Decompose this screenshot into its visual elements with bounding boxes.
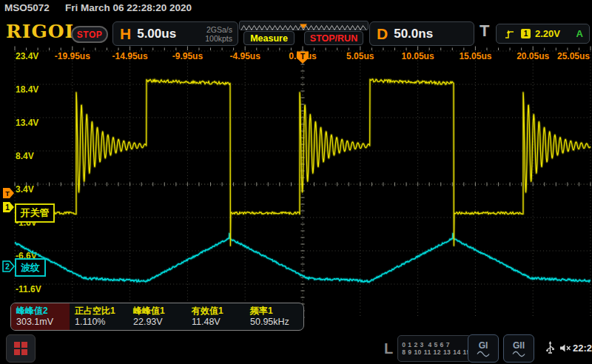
svg-text:23.4V: 23.4V: [16, 51, 38, 61]
header-bar: RIGOL STOP H 5.00us 2GSa/s 100kpts Measu…: [0, 16, 592, 46]
ch2-position-marker[interactable]: 2: [3, 261, 14, 272]
delay-key: D: [370, 25, 394, 43]
usb-icon: [545, 341, 555, 355]
svg-text:5.05us: 5.05us: [346, 51, 374, 61]
timebase-value: 5.00us: [137, 27, 176, 41]
sine-wave-icon: [512, 351, 525, 357]
ch1-position-marker[interactable]: 1: [3, 202, 14, 212]
delay-block[interactable]: D 50.0ns: [369, 21, 474, 46]
trigger-level-marker[interactable]: T: [3, 188, 14, 198]
measurement-cell[interactable]: 峰峰值1 22.93V: [128, 303, 186, 330]
trigger-edge-icon: [504, 28, 515, 40]
svg-text:15.05us: 15.05us: [459, 51, 491, 61]
measure-button[interactable]: Measure: [243, 31, 295, 45]
oscilloscope-screen: -19.95us-14.95us-9.95us-4.95us0.05us5.05…: [0, 0, 592, 364]
horizontal-timebase-block[interactable]: H 5.00us 2GSa/s 100kpts: [112, 21, 238, 46]
measurement-cell[interactable]: 有效值1 11.48V: [186, 303, 245, 330]
trigger-mode-badge: A: [576, 28, 583, 39]
waveform-traces: [15, 79, 591, 282]
measurement-panel: 峰峰值2 303.1mV 正占空比1 1.110% 峰峰值1 22.93V 有效…: [10, 303, 304, 331]
logic-channels-tab[interactable]: L 0 1 2 3 4 5 6 7 8 9 10 11 12 13 14 15: [381, 334, 464, 363]
red-squares-icon: [13, 340, 29, 357]
horizontal-key: H: [113, 25, 137, 43]
sine-wave-icon: [477, 351, 490, 357]
trigger-level-value: 2.20V: [535, 28, 560, 39]
svg-text:-11.6V: -11.6V: [16, 284, 41, 294]
measurement-cell[interactable]: 正占空比1 1.110%: [70, 303, 128, 330]
svg-text:T: T: [300, 53, 305, 61]
waveform-preview-strip[interactable]: [239, 21, 369, 30]
clock-label: 22:27: [573, 343, 592, 354]
generator-1-button[interactable]: GI: [468, 334, 499, 363]
ch1-trace-label[interactable]: 开关管: [15, 203, 55, 223]
scope-markers[interactable]: TT12: [3, 52, 309, 272]
speaker-muted-icon: [559, 343, 571, 353]
ch2-trace-label[interactable]: 波纹: [15, 258, 46, 277]
logic-row-1: 0 1 2 3 4 5 6 7: [402, 341, 471, 348]
svg-text:1: 1: [5, 203, 10, 212]
svg-text:-14.95us: -14.95us: [112, 51, 148, 61]
svg-text:18.4V: 18.4V: [16, 84, 38, 95]
trigger-key: T: [480, 21, 489, 41]
channel-bar: 1 5.00V -3.40V 2 200mV: [0, 333, 592, 364]
svg-text:3.4V: 3.4V: [16, 184, 34, 195]
svg-text:-19.95us: -19.95us: [55, 51, 90, 61]
svg-text:20.05us: 20.05us: [517, 51, 549, 61]
svg-text:8.4V: 8.4V: [16, 151, 34, 161]
svg-text:-4.95us: -4.95us: [230, 51, 261, 61]
sample-rate: 2GSa/s: [206, 25, 232, 34]
trigger-source-badge: 1: [521, 29, 531, 38]
trigger-block[interactable]: 1 2.20V A: [496, 24, 590, 44]
logic-key: L: [381, 340, 397, 357]
delay-value: 50.0ns: [394, 27, 433, 41]
generator-2-button[interactable]: GII: [503, 334, 534, 363]
measurement-cell[interactable]: 峰峰值2 303.1mV: [11, 303, 70, 330]
svg-text:-9.95us: -9.95us: [172, 51, 204, 61]
svg-text:25.05us: 25.05us: [557, 51, 590, 61]
memory-depth: 100kpts: [205, 34, 232, 43]
acquisition-status-badge: STOP: [71, 26, 108, 43]
quick-menu-button[interactable]: [6, 334, 36, 363]
rigol-logo: RIGOL: [6, 21, 78, 42]
svg-text:13.4V: 13.4V: [16, 118, 38, 128]
logic-row-2: 8 9 10 11 12 13 14 15: [402, 348, 471, 356]
svg-text:10.05us: 10.05us: [402, 51, 434, 61]
trigger-position-marker[interactable]: T: [297, 52, 309, 64]
model-label: MSO5072: [4, 2, 50, 13]
svg-text:2: 2: [5, 263, 10, 271]
measurement-cell[interactable]: 频率1 50.95kHz: [245, 303, 303, 330]
svg-text:T: T: [5, 190, 10, 198]
datetime-label: Fri March 06 22:28:20 2020: [65, 2, 192, 13]
stop-run-button[interactable]: STOP/RUN: [304, 31, 363, 45]
title-bar: MSO5072 Fri March 06 22:28:20 2020: [0, 0, 592, 16]
